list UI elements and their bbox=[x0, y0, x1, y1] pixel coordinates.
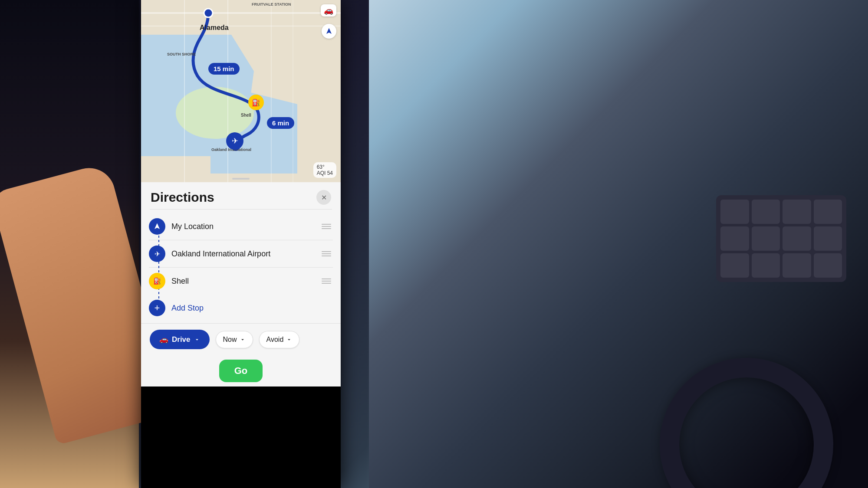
add-stop-item[interactable]: + Add Stop bbox=[149, 295, 333, 320]
radio-btn-12 bbox=[814, 253, 842, 278]
directions-list: My Location ✈ Oakland International Airp… bbox=[141, 210, 341, 323]
shell-direction-icon: ⛽ bbox=[149, 273, 165, 289]
close-button[interactable]: ✕ bbox=[316, 190, 331, 205]
shell-label: Shell bbox=[171, 277, 320, 286]
radio-btn-9 bbox=[720, 253, 749, 278]
airplane-direction-icon: ✈ bbox=[155, 250, 160, 258]
handle-line-9 bbox=[322, 283, 331, 284]
drive-label: Drive bbox=[172, 335, 191, 344]
svg-point-6 bbox=[204, 9, 213, 17]
handle-line-1 bbox=[322, 224, 331, 225]
go-area: Go bbox=[141, 355, 341, 386]
go-button[interactable]: Go bbox=[219, 360, 263, 382]
drive-car-icon: 🚗 bbox=[159, 335, 168, 344]
south-shore-label: SOUTH SHORE bbox=[167, 52, 196, 56]
direction-item-shell[interactable]: ⛽ Shell bbox=[149, 268, 333, 295]
drag-handle bbox=[232, 178, 250, 180]
weather-badge: 63° AQI 54 bbox=[313, 162, 336, 178]
avoid-dropdown[interactable]: Avoid bbox=[259, 331, 300, 348]
shell-fuel-icon: ⛽ bbox=[252, 98, 260, 107]
fruitvale-label: FRUITVALE STATION bbox=[252, 2, 291, 7]
avoid-label: Avoid bbox=[266, 336, 284, 344]
my-location-icon bbox=[149, 218, 165, 235]
controls-row: 🚗 Drive Now Avoid bbox=[141, 324, 341, 355]
temperature: 63° bbox=[317, 164, 325, 170]
my-location-label: My Location bbox=[171, 222, 320, 231]
directions-panel: Directions ✕ My Locatio bbox=[141, 182, 341, 386]
handle-line-5 bbox=[322, 253, 331, 254]
radio-btn-3 bbox=[783, 200, 811, 224]
now-chevron-icon bbox=[240, 337, 246, 343]
handle-line-3 bbox=[322, 228, 331, 229]
direction-item-airport[interactable]: ✈ Oakland International Airport bbox=[149, 240, 333, 267]
handle-line-2 bbox=[322, 226, 331, 227]
go-label: Go bbox=[234, 365, 248, 376]
time-label-15min: 15 min bbox=[208, 63, 240, 75]
directions-header: Directions ✕ bbox=[141, 182, 341, 209]
airport-marker[interactable]: ✈ bbox=[226, 132, 243, 150]
phone: 15 min 6 min ⛽ ✈ Alameda FRUITVALE STATI… bbox=[141, 0, 341, 488]
shell-label: Shell bbox=[241, 113, 251, 118]
route-line bbox=[141, 0, 341, 182]
shell-marker[interactable]: ⛽ bbox=[248, 95, 264, 110]
direction-item-my-location[interactable]: My Location bbox=[149, 213, 333, 240]
directions-title: Directions bbox=[151, 190, 214, 205]
radio-btn-4 bbox=[814, 200, 842, 224]
now-label: Now bbox=[223, 336, 237, 344]
alameda-label: Alameda bbox=[200, 24, 229, 32]
airport-direction-icon: ✈ bbox=[149, 246, 165, 262]
airport-label: Oakland International Airport bbox=[171, 249, 320, 259]
shell-drag-handle[interactable] bbox=[320, 277, 333, 285]
handle-line-4 bbox=[322, 251, 331, 252]
phone-container: 15 min 6 min ⛽ ✈ Alameda FRUITVALE STATI… bbox=[135, 0, 347, 488]
handle-line-7 bbox=[322, 278, 331, 279]
add-stop-icon: + bbox=[149, 300, 165, 316]
radio-panel bbox=[716, 195, 846, 282]
gas-station-icon: ⛽ bbox=[153, 277, 161, 285]
close-icon: ✕ bbox=[321, 193, 327, 202]
now-dropdown[interactable]: Now bbox=[216, 331, 253, 348]
dashboard-right bbox=[369, 0, 868, 488]
drive-button[interactable]: 🚗 Drive bbox=[150, 330, 210, 349]
airplane-icon: ✈ bbox=[232, 136, 238, 146]
radio-btn-2 bbox=[752, 200, 780, 224]
handle-line-6 bbox=[322, 255, 331, 256]
radio-btn-1 bbox=[720, 200, 749, 224]
map-location-icon[interactable] bbox=[322, 24, 336, 39]
map-car-icon[interactable]: 🚗 bbox=[321, 4, 336, 16]
radio-btn-6 bbox=[752, 226, 780, 251]
map-area[interactable]: 15 min 6 min ⛽ ✈ Alameda FRUITVALE STATI… bbox=[141, 0, 341, 182]
radio-btn-5 bbox=[720, 226, 749, 251]
radio-btn-8 bbox=[814, 226, 842, 251]
time-label-6min: 6 min bbox=[267, 117, 294, 129]
handle-line-8 bbox=[322, 281, 331, 282]
airport-drag-handle[interactable] bbox=[320, 249, 333, 258]
radio-btn-10 bbox=[752, 253, 780, 278]
drive-chevron-icon bbox=[194, 337, 200, 343]
radio-btn-7 bbox=[783, 226, 811, 251]
radio-btn-11 bbox=[783, 253, 811, 278]
add-stop-label: Add Stop bbox=[171, 304, 204, 313]
avoid-chevron-icon bbox=[286, 337, 292, 343]
plus-icon: + bbox=[155, 302, 160, 314]
my-location-drag-handle[interactable] bbox=[320, 222, 333, 231]
aqi-value: 54 bbox=[327, 170, 333, 176]
aqi-label: AQI bbox=[317, 170, 326, 176]
